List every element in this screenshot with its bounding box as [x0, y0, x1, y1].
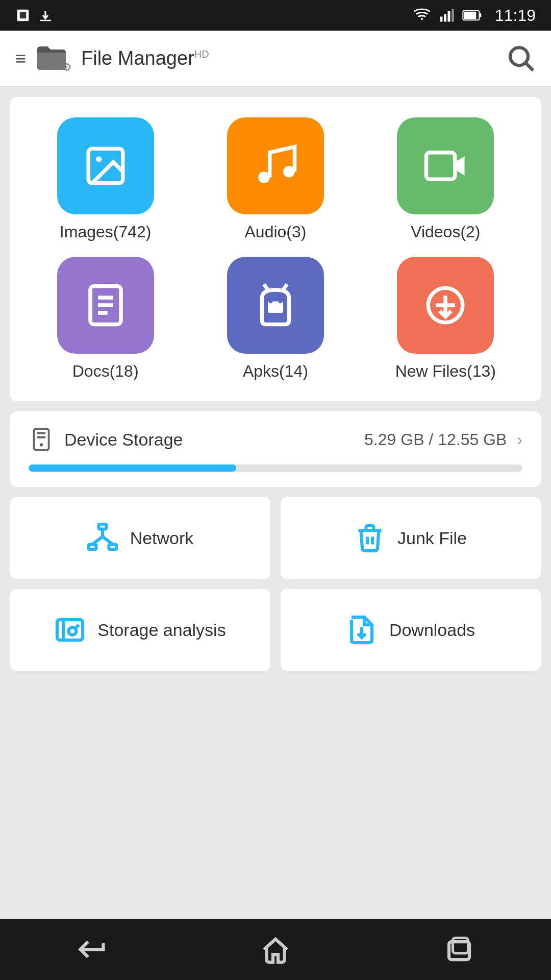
status-bar: 11:19	[0, 0, 551, 31]
svg-rect-11	[479, 13, 481, 17]
recent-apps-icon	[444, 934, 474, 965]
network-button[interactable]: Network	[10, 497, 270, 579]
downloads-icon	[346, 615, 377, 645]
storage-analysis-icon	[55, 615, 85, 645]
storage-size: 5.29 GB / 12.55 GB	[364, 430, 507, 449]
app-icon: ⚙	[36, 43, 72, 74]
videos-icon	[422, 143, 468, 189]
svg-rect-18	[427, 153, 455, 180]
docs-icon-bg	[57, 257, 154, 354]
docs-label: Docs(18)	[72, 362, 139, 381]
file-categories-card: Images(742) Audio(3)	[10, 97, 541, 401]
audio-icon-bg	[227, 117, 324, 214]
svg-rect-7	[447, 11, 450, 21]
svg-line-39	[103, 537, 113, 545]
home-button[interactable]	[250, 929, 301, 970]
storage-card[interactable]: Device Storage 5.29 GB / 12.55 GB ›	[10, 411, 541, 487]
svg-point-33	[40, 443, 43, 446]
svg-point-17	[283, 166, 295, 178]
file-item-newfiles[interactable]: New Files(13)	[395, 257, 496, 381]
status-left-icons	[15, 8, 53, 23]
apks-icon	[253, 282, 298, 328]
svg-rect-34	[98, 524, 106, 529]
app-bar: ≡ ⚙ File ManagerHD	[0, 31, 551, 87]
file-item-apks[interactable]: Apks(14)	[227, 257, 324, 381]
downloads-label: Downloads	[389, 620, 475, 640]
notification-icon-1	[15, 8, 31, 23]
audio-label: Audio(3)	[245, 223, 307, 241]
nav-bar	[0, 919, 551, 980]
device-storage-icon	[29, 427, 54, 452]
home-icon	[260, 934, 291, 965]
wifi-icon	[413, 7, 431, 24]
svg-point-25	[269, 300, 273, 304]
apks-label: Apks(14)	[243, 362, 308, 381]
download-status-icon	[38, 8, 53, 23]
downloads-button[interactable]: Downloads	[281, 589, 541, 671]
svg-point-15	[96, 156, 102, 162]
svg-point-4	[421, 18, 423, 20]
junkfile-label: Junk File	[397, 528, 467, 548]
svg-point-12	[510, 47, 528, 65]
junkfile-button[interactable]: Junk File	[281, 497, 541, 579]
gear-badge-icon: ⚙	[62, 61, 72, 74]
svg-rect-32	[37, 436, 46, 438]
svg-rect-36	[109, 545, 116, 550]
storage-analysis-label: Storage analysis	[97, 620, 226, 640]
junkfile-icon	[355, 523, 385, 553]
svg-line-13	[526, 63, 533, 70]
newfiles-icon	[422, 282, 468, 328]
back-icon	[77, 934, 107, 965]
network-icon	[87, 523, 118, 553]
status-right-icons: 11:19	[413, 6, 536, 25]
file-item-docs[interactable]: Docs(18)	[57, 257, 154, 381]
recent-apps-button[interactable]	[434, 929, 485, 970]
svg-point-26	[279, 300, 283, 304]
svg-rect-8	[452, 9, 454, 22]
search-button[interactable]	[505, 42, 536, 75]
apks-icon-bg	[227, 257, 324, 354]
svg-line-38	[92, 537, 103, 545]
file-grid: Images(742) Audio(3)	[26, 117, 525, 381]
back-button[interactable]	[66, 929, 117, 970]
newfiles-label: New Files(13)	[395, 362, 496, 381]
menu-button[interactable]: ≡	[15, 48, 26, 69]
newfiles-icon-bg	[397, 257, 494, 354]
app-logo: ⚙ File ManagerHD	[36, 43, 209, 74]
audio-icon	[253, 143, 298, 189]
file-item-audio[interactable]: Audio(3)	[227, 117, 324, 241]
utility-grid: Network Junk File Storage analysis	[10, 497, 541, 671]
app-title: File ManagerHD	[81, 47, 209, 69]
storage-row: Device Storage 5.29 GB / 12.55 GB ›	[29, 427, 522, 452]
file-item-videos[interactable]: Videos(2)	[397, 117, 494, 241]
svg-rect-31	[37, 432, 46, 434]
videos-label: Videos(2)	[411, 223, 480, 241]
images-icon-bg	[57, 117, 154, 214]
storage-label: Device Storage	[64, 430, 354, 450]
main-content: Images(742) Audio(3)	[0, 87, 551, 919]
svg-point-16	[258, 172, 270, 183]
status-time: 11:19	[495, 6, 536, 25]
battery-icon	[462, 8, 483, 23]
storage-progress-fill	[29, 464, 236, 472]
network-label: Network	[130, 528, 194, 548]
images-label: Images(742)	[60, 223, 152, 241]
videos-icon-bg	[397, 117, 494, 214]
svg-rect-6	[444, 14, 446, 22]
file-item-images[interactable]: Images(742)	[57, 117, 154, 241]
storage-analysis-button[interactable]: Storage analysis	[10, 589, 270, 671]
signal-icon	[439, 7, 454, 24]
images-icon	[83, 143, 129, 189]
svg-rect-5	[440, 17, 442, 22]
search-icon	[505, 42, 536, 73]
svg-rect-35	[88, 545, 96, 550]
svg-line-45	[75, 625, 79, 629]
storage-progress-bg	[29, 464, 522, 472]
storage-chevron-icon: ›	[517, 430, 522, 449]
svg-rect-1	[20, 12, 27, 19]
svg-rect-10	[464, 12, 476, 19]
docs-icon	[83, 282, 129, 328]
svg-rect-3	[40, 20, 52, 21]
